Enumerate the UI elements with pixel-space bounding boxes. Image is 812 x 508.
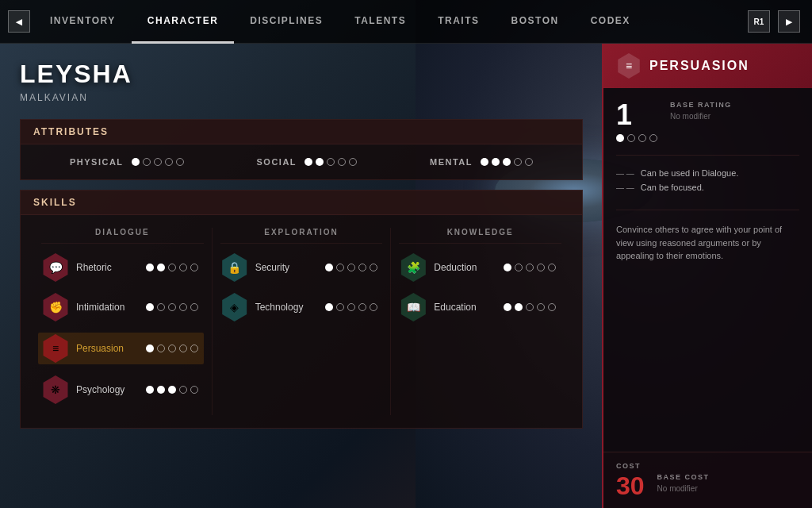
cost-row: 30 BASE COST No modifier <box>616 473 799 498</box>
attributes-panel: ATTRIBUTES PHYSICAL SOCIAL <box>20 119 583 180</box>
mental-dot-1 <box>481 158 488 166</box>
skill-intimidation[interactable]: ✊ Intimidation <box>41 293 204 321</box>
detail-rating-info: BASE RATING No modifier <box>670 101 732 121</box>
skill-education[interactable]: 📖 Education <box>399 293 561 321</box>
skill-psychology[interactable]: ❋ Psychology <box>41 375 204 404</box>
dialogue-header: DIALOGUE <box>41 228 204 244</box>
technology-name: Technology <box>255 302 319 313</box>
intimidation-name: Intimidation <box>76 302 140 313</box>
physical-dot-4 <box>165 158 173 166</box>
base-rating-modifier: No modifier <box>670 112 732 121</box>
feature-dialogue-icon: — — <box>616 169 634 178</box>
social-dot-2 <box>316 158 324 166</box>
tab-traits[interactable]: TRAITS <box>422 0 495 44</box>
knowledge-header: KNOWLEDGE <box>399 228 561 244</box>
mental-dot-2 <box>492 158 500 166</box>
skill-col-knowledge: KNOWLEDGE 🧩 Deduction 📖 <box>391 228 569 415</box>
security-dots <box>325 264 377 271</box>
character-name: LEYSHA <box>20 60 583 89</box>
attributes-row: PHYSICAL SOCIAL <box>33 157 569 167</box>
tab-disciplines[interactable]: DISCIPLINES <box>234 0 339 44</box>
security-icon: 🔒 <box>220 253 249 282</box>
persuasion-name: Persuasion <box>76 343 140 354</box>
skill-col-dialogue: DIALOGUE 💬 Rhetoric ✊ <box>33 228 213 415</box>
mental-dot-4 <box>514 158 522 166</box>
skill-col-exploration: EXPLORATION 🔒 Security ◈ <box>213 228 392 415</box>
character-clan: MALKAVIAN <box>20 92 583 103</box>
feature-dialogue: — — Can be used in Dialogue. <box>616 168 799 178</box>
attribute-physical: PHYSICAL <box>70 157 184 167</box>
tab-codex[interactable]: CODEX <box>575 0 646 44</box>
rhetoric-name: Rhetoric <box>76 262 140 273</box>
psychology-dots <box>146 386 198 394</box>
detail-rating-row: 1 BASE RATING No modifier <box>616 101 799 156</box>
cost-info: BASE COST No modifier <box>657 473 710 493</box>
psychology-icon: ❋ <box>41 375 70 404</box>
physical-dots <box>132 158 184 166</box>
social-dot-1 <box>304 158 312 166</box>
skill-security[interactable]: 🔒 Security <box>220 253 383 282</box>
deduction-name: Deduction <box>434 262 497 273</box>
skills-content: DIALOGUE 💬 Rhetoric ✊ <box>21 215 582 428</box>
attribute-mental: MENTAL <box>430 157 533 167</box>
deduction-icon: 🧩 <box>399 253 427 282</box>
cost-section-label: COST <box>616 462 799 470</box>
feature-dialogue-text: Can be used in Dialogue. <box>641 168 739 178</box>
social-label: SOCIAL <box>257 157 297 167</box>
skills-columns: DIALOGUE 💬 Rhetoric ✊ <box>33 228 569 415</box>
detail-footer: COST 30 BASE COST No modifier <box>603 452 812 508</box>
attributes-content: PHYSICAL SOCIAL <box>21 144 582 179</box>
tab-talents[interactable]: TALENTS <box>339 0 422 44</box>
feature-focus-icon: — — <box>616 183 634 192</box>
attribute-social: SOCIAL <box>257 157 358 167</box>
detail-description: Convince others to agree with your point… <box>616 223 799 263</box>
rhetoric-dots <box>146 264 198 271</box>
intimidation-dots <box>146 303 198 311</box>
physical-label: PHYSICAL <box>70 157 124 167</box>
physical-dot-3 <box>154 158 162 166</box>
detail-body: 1 BASE RATING No modifier — — Can be use… <box>603 88 812 452</box>
persuasion-dots <box>146 344 198 352</box>
tab-boston[interactable]: BOSTON <box>496 0 575 44</box>
navigation-bar: ◀ INVENTORY CHARACTER DISCIPLINES TALENT… <box>0 0 812 44</box>
technology-dots <box>325 303 377 311</box>
skill-rhetoric[interactable]: 💬 Rhetoric <box>41 253 204 282</box>
physical-dot-5 <box>176 158 184 166</box>
nav-back-button[interactable]: ◀ <box>8 10 30 33</box>
nav-tabs: INVENTORY CHARACTER DISCIPLINES TALENTS … <box>34 0 748 44</box>
base-cost-label: BASE COST <box>657 473 710 481</box>
tab-inventory[interactable]: INVENTORY <box>34 0 132 44</box>
rhetoric-icon: 💬 <box>41 253 70 282</box>
social-dot-4 <box>338 158 346 166</box>
base-cost-modifier: No modifier <box>657 484 710 493</box>
detail-panel: ≡ PERSUASION 1 BASE RATING No modifier —… <box>602 44 812 508</box>
social-dot-5 <box>349 158 357 166</box>
physical-dot-2 <box>143 158 151 166</box>
education-icon: 📖 <box>399 293 427 321</box>
feature-focus-text: Can be focused. <box>641 183 704 192</box>
exploration-header: EXPLORATION <box>220 228 383 244</box>
persuasion-icon: ≡ <box>41 334 70 363</box>
nav-forward-button[interactable]: ▶ <box>778 10 800 33</box>
mental-label: MENTAL <box>430 157 473 167</box>
intimidation-icon: ✊ <box>41 293 70 321</box>
mental-dots <box>481 158 533 166</box>
nav-right-controls: R1 ▶ <box>748 10 804 33</box>
education-dots <box>504 303 556 311</box>
skill-technology[interactable]: ◈ Technology <box>220 293 383 321</box>
feature-focus: — — Can be focused. <box>616 183 799 192</box>
social-dots <box>304 158 357 166</box>
skills-panel: SKILLS DIALOGUE 💬 Rhetoric <box>20 190 583 429</box>
skill-persuasion[interactable]: ≡ Persuasion <box>38 333 204 364</box>
mental-dot-3 <box>503 158 511 166</box>
psychology-name: Psychology <box>76 384 140 395</box>
base-rating-label: BASE RATING <box>670 101 732 109</box>
physical-dot-1 <box>132 158 140 166</box>
tab-character[interactable]: CHARACTER <box>132 0 235 44</box>
skill-deduction[interactable]: 🧩 Deduction <box>399 253 561 282</box>
detail-features: — — Can be used in Dialogue. — — Can be … <box>616 168 799 210</box>
detail-skill-icon: ≡ <box>616 53 642 79</box>
skills-header: SKILLS <box>21 190 582 215</box>
nav-r1-button[interactable]: R1 <box>748 10 770 33</box>
mental-dot-5 <box>525 158 533 166</box>
